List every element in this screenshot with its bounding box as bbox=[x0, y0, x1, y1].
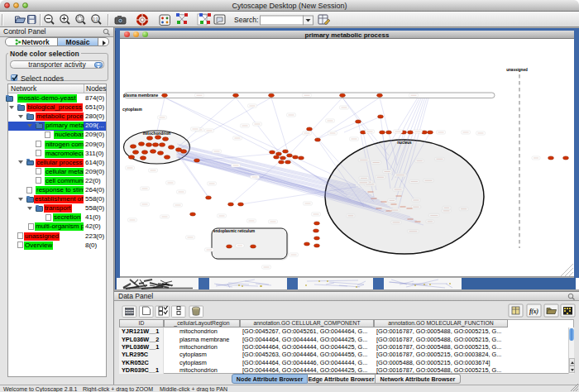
svg-text:unassigned: unassigned bbox=[506, 68, 528, 72]
svg-text:endoplasmic reticulum: endoplasmic reticulum bbox=[213, 229, 255, 233]
svg-text:1:1: 1:1 bbox=[93, 17, 98, 22]
svg-text:Search:: Search: bbox=[234, 16, 258, 24]
svg-text:nucleus: nucleus bbox=[397, 141, 412, 145]
svg-text:f(x): f(x) bbox=[529, 308, 539, 315]
svg-text:mitochondrion: mitochondrion bbox=[143, 131, 171, 136]
svg-text:plasma membrane: plasma membrane bbox=[123, 93, 158, 98]
svg-text:cytoplasm: cytoplasm bbox=[122, 108, 142, 112]
